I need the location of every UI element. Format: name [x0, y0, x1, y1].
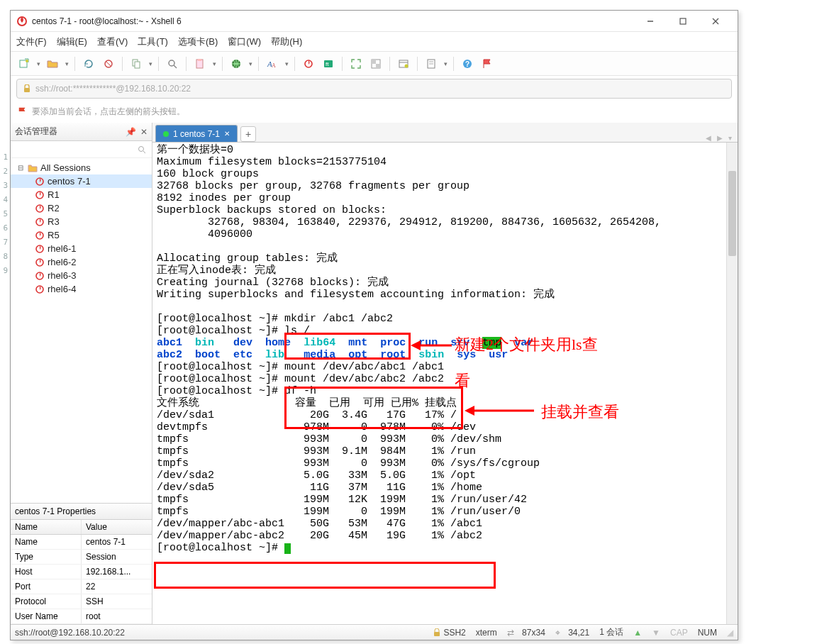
find-button[interactable]	[163, 55, 182, 73]
paste-dropdown[interactable]: ▾	[211, 60, 218, 67]
xshell-button[interactable]	[299, 55, 318, 73]
prop-name: Protocol	[11, 594, 82, 609]
annotation-box-mount	[284, 387, 463, 429]
flag-button[interactable]	[478, 55, 496, 73]
terminal[interactable]: 第一个数据块=0 Maximum filesystem blocks=21537…	[152, 143, 738, 624]
minimize-button[interactable]	[634, 11, 667, 32]
session-item[interactable]: rhel6-2	[11, 255, 152, 269]
prop-value: 192.168.1...	[82, 565, 152, 579]
fullscreen-button[interactable]	[347, 55, 365, 73]
menu-window[interactable]: 窗口(W)	[228, 35, 261, 48]
prop-value: root	[82, 609, 152, 623]
status-resize-grip[interactable]: ◢	[727, 628, 733, 638]
script-dropdown[interactable]: ▾	[442, 60, 449, 67]
paste-button[interactable]	[191, 55, 209, 73]
copy-dropdown[interactable]: ▾	[147, 60, 154, 67]
xftp-button[interactable]: ft	[319, 55, 338, 73]
font-dropdown[interactable]: ▾	[283, 60, 290, 67]
open-dropdown[interactable]: ▾	[63, 60, 70, 67]
session-item[interactable]: R1	[11, 188, 152, 201]
annotation-box-mkdir	[284, 333, 411, 360]
tree-root-label: All Sessions	[40, 162, 91, 173]
close-button[interactable]	[699, 11, 732, 32]
session-item[interactable]: rhel6-4	[11, 282, 152, 296]
tab-close-icon[interactable]: ✕	[224, 130, 230, 138]
prop-header-value[interactable]: Value	[82, 520, 152, 534]
status-num: NUM	[698, 628, 717, 638]
new-session-button[interactable]	[15, 55, 33, 73]
address-bar[interactable]: ssh://root:*************@192.168.10.20:2…	[16, 79, 732, 99]
status-term: xterm	[476, 628, 497, 638]
arrow-icon-2	[465, 401, 535, 420]
menu-tools[interactable]: 工具(T)	[138, 35, 168, 48]
prop-name: Port	[11, 579, 82, 594]
collapse-icon[interactable]: ⊟	[18, 164, 25, 172]
maximize-button[interactable]	[667, 11, 699, 32]
prop-name: Name	[11, 535, 82, 549]
property-row: Port22	[11, 579, 152, 594]
session-search[interactable]	[11, 141, 152, 158]
window-title: centos 7-1 - root@localhost:~ - Xshell 6	[32, 16, 634, 26]
prop-header-name[interactable]: Name	[11, 520, 82, 534]
web-dropdown[interactable]: ▾	[247, 60, 254, 67]
infobar-text: 要添加当前会话，点击左侧的箭头按钮。	[32, 106, 185, 118]
session-item[interactable]: rhel6-3	[11, 269, 152, 282]
script-button[interactable]	[422, 55, 440, 73]
property-row: Host192.168.1...	[11, 565, 152, 579]
web-button[interactable]	[227, 55, 245, 73]
font-button[interactable]: AA	[263, 55, 282, 73]
help-button[interactable]: ?	[458, 55, 477, 73]
session-label: rhel6-3	[48, 270, 76, 281]
status-address: ssh://root@192.168.10.20:22	[15, 628, 423, 638]
scroll-thumb[interactable]	[728, 171, 736, 256]
panel-close-icon[interactable]: ✕	[140, 127, 148, 137]
tab-active[interactable]: 1 centos 7-1 ✕	[155, 125, 238, 142]
session-item[interactable]: rhel6-1	[11, 242, 152, 255]
tab-next-button[interactable]: ▶	[714, 134, 726, 142]
app-window: centos 7-1 - root@localhost:~ - Xshell 6…	[10, 10, 738, 640]
prop-value: SSH	[82, 594, 152, 609]
status-sessions: 1 会话	[599, 626, 623, 638]
new-session-dropdown[interactable]: ▾	[35, 60, 42, 67]
svg-point-6	[26, 60, 28, 62]
svg-text:?: ?	[465, 60, 469, 68]
prop-name: Type	[11, 550, 82, 564]
open-button[interactable]	[43, 55, 62, 73]
tab-menu-button[interactable]: ▾	[726, 134, 735, 142]
prop-value: 22	[82, 579, 152, 594]
background-editor-gutter: 123 456 789	[0, 150, 9, 278]
pin-icon[interactable]: 📌	[126, 127, 136, 137]
scrollbar[interactable]	[726, 143, 738, 624]
tab-label: 1 centos 7-1	[173, 129, 220, 139]
reconnect-button[interactable]	[79, 55, 98, 73]
menu-view[interactable]: 查看(V)	[97, 35, 128, 48]
menu-edit[interactable]: 编辑(E)	[57, 35, 87, 48]
session-item[interactable]: R5	[11, 228, 152, 242]
session-item[interactable]: centos 7-1	[11, 174, 152, 188]
session-item[interactable]: R2	[11, 201, 152, 215]
transparent-button[interactable]	[367, 55, 385, 73]
svg-rect-23	[372, 60, 376, 64]
status-up-icon[interactable]: ▲	[633, 628, 642, 638]
tab-add-button[interactable]: +	[240, 126, 256, 142]
menu-help[interactable]: 帮助(H)	[271, 35, 302, 48]
session-item[interactable]: R3	[11, 215, 152, 228]
svg-rect-2	[680, 18, 686, 24]
session-tree[interactable]: ⊟ All Sessions centos 7-1R1R2R3R5rhel6-1…	[11, 158, 152, 503]
tab-prev-button[interactable]: ◀	[703, 134, 714, 142]
copy-button[interactable]	[127, 55, 145, 73]
menu-tabs[interactable]: 选项卡(B)	[178, 35, 218, 48]
session-label: rhel6-4	[48, 284, 76, 294]
app-icon	[16, 16, 28, 27]
session-icon	[35, 177, 45, 187]
properties-button[interactable]	[394, 55, 413, 73]
tree-root[interactable]: ⊟ All Sessions	[11, 161, 152, 174]
svg-line-12	[174, 65, 177, 68]
svg-text:A: A	[272, 62, 276, 69]
menu-file[interactable]: 文件(F)	[16, 35, 47, 48]
disconnect-button[interactable]	[99, 55, 118, 73]
properties-panel: centos 7-1 Properties Name Value Namecen…	[11, 503, 152, 624]
prop-name: User Name	[11, 609, 82, 623]
session-icon	[35, 217, 45, 227]
status-down-icon[interactable]: ▼	[652, 628, 660, 638]
